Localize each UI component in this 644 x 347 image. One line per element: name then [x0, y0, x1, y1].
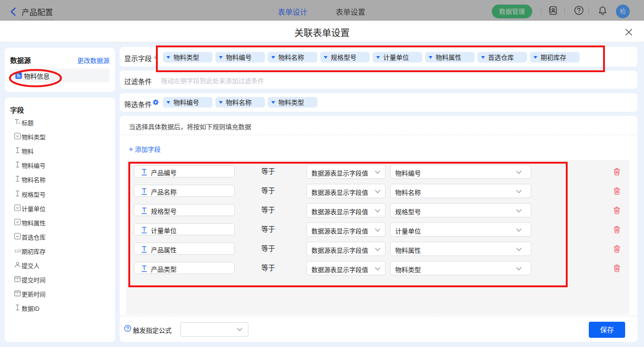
svg-text:7: 7 [17, 279, 18, 281]
svg-text:123: 123 [14, 248, 21, 253]
svg-text:7: 7 [17, 293, 18, 296]
